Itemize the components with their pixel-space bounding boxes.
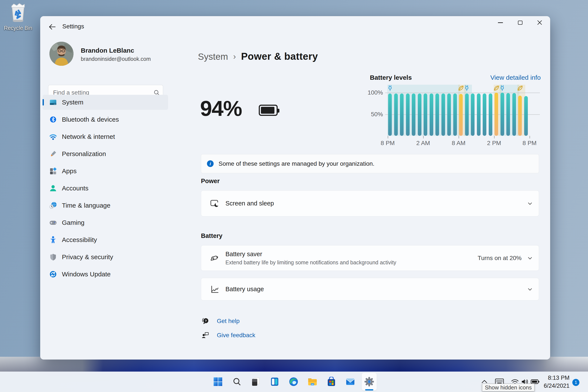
sidebar-item-accounts[interactable]: Accounts xyxy=(42,181,168,196)
battery-level-bar xyxy=(483,94,486,136)
sidebar-item-label: Bluetooth & devices xyxy=(62,116,119,123)
widgets-button[interactable] xyxy=(268,375,282,388)
x-axis-tick xyxy=(458,136,459,138)
mail-icon xyxy=(345,377,355,387)
battery-saver-card[interactable]: Battery saver Extend battery life by lim… xyxy=(201,245,539,271)
notification-badge[interactable]: 1 xyxy=(572,379,580,386)
breadcrumb-system[interactable]: System xyxy=(198,52,228,62)
chevron-down-icon[interactable] xyxy=(527,286,533,292)
card-title: Screen and sleep xyxy=(226,200,274,207)
maximize-button[interactable] xyxy=(513,18,527,28)
back-button[interactable] xyxy=(47,22,58,31)
sidebar-item-gaming[interactable]: Gaming xyxy=(42,215,168,230)
battery-level-bar xyxy=(500,93,504,136)
battery-percent: 94% xyxy=(200,96,242,121)
gamepad-icon xyxy=(48,218,58,228)
x-axis-tick-label: 2 PM xyxy=(484,140,504,146)
accessibility-icon xyxy=(48,235,58,244)
sidebar-item-label: Gaming xyxy=(62,219,84,226)
battery-level-bar xyxy=(471,94,474,136)
accounts-icon xyxy=(48,184,58,193)
sidebar-item-windows-update[interactable]: Windows Update xyxy=(42,267,168,282)
sidebar-nav: System Bluetooth & devices Network & int… xyxy=(42,95,168,284)
battery-levels-chart: Battery levels View detailed info 100%50… xyxy=(370,73,542,148)
managed-banner-text: Some of these settings are managed by yo… xyxy=(218,160,374,167)
chart-gridline xyxy=(385,93,540,93)
sidebar-item-bluetooth-devices[interactable]: Bluetooth & devices xyxy=(42,112,168,127)
show-hidden-icons-tooltip: Show hidden icons xyxy=(482,384,534,391)
settings-button[interactable] xyxy=(362,375,376,388)
sidebar-item-time-language[interactable]: Time & language xyxy=(42,198,168,213)
widgets-icon xyxy=(270,377,280,387)
give-feedback-link[interactable]: Give feedback xyxy=(217,332,255,339)
file-explorer-button[interactable] xyxy=(306,375,319,388)
battery-saver-setting-value: Turns on at 20% xyxy=(478,255,522,262)
start-button[interactable] xyxy=(211,375,225,388)
taskbar-search-button[interactable] xyxy=(230,375,244,388)
leaf-icon xyxy=(494,85,499,91)
x-axis-tick xyxy=(494,136,494,138)
sidebar-item-network-internet[interactable]: Network & internet xyxy=(42,129,168,144)
battery-level-bar xyxy=(477,94,480,136)
battery-level-bar xyxy=(406,94,410,136)
card-subtitle: Extend battery life by limiting some not… xyxy=(226,260,396,266)
back-arrow-icon xyxy=(48,24,56,30)
windows-update-icon xyxy=(48,270,58,279)
edge-button[interactable] xyxy=(287,375,300,388)
battery-levels-plot: 100%50%8 PM2 AM8 AM2 PM8 PM xyxy=(386,85,540,136)
chevron-down-icon[interactable] xyxy=(527,255,533,261)
managed-banner: i Some of these settings are managed by … xyxy=(201,154,539,173)
settings-window: Settings Brandon LeBlanc brandoninside xyxy=(40,16,550,360)
give-feedback-row: Give feedback xyxy=(201,331,255,340)
chart-title: Battery levels xyxy=(370,74,412,81)
sidebar-item-label: Personalization xyxy=(62,150,106,158)
recycle-bin-icon[interactable]: Recycle Bin xyxy=(3,2,33,31)
x-axis-tick-label: 8 AM xyxy=(449,140,468,146)
battery-usage-card[interactable]: Battery usage xyxy=(201,278,539,300)
task-view-icon xyxy=(251,377,261,387)
sidebar-item-privacy-security[interactable]: Privacy & security xyxy=(42,250,168,264)
minimize-button[interactable] xyxy=(493,18,508,28)
battery-level-bar xyxy=(494,93,498,136)
desktop: Recycle Bin Settings xyxy=(0,0,588,392)
window-title: Settings xyxy=(62,23,84,30)
system-icon xyxy=(48,98,58,107)
screen-and-sleep-card[interactable]: Screen and sleep xyxy=(201,190,539,216)
shield-icon xyxy=(48,252,58,262)
get-help-row: ? Get help xyxy=(201,316,240,326)
battery-level-bar xyxy=(424,94,427,136)
sidebar-item-label: Windows Update xyxy=(62,270,111,278)
plug-icon xyxy=(464,85,470,91)
settings-gear-icon xyxy=(364,376,374,387)
battery-usage-icon xyxy=(210,284,220,294)
chevron-up-icon xyxy=(481,379,488,384)
task-view-button[interactable] xyxy=(249,375,262,388)
sidebar-item-label: Privacy & security xyxy=(62,254,113,261)
avatar xyxy=(50,42,74,66)
bluetooth-icon xyxy=(48,115,58,124)
battery-level-bar xyxy=(394,94,398,136)
view-detailed-info-link[interactable]: View detailed info xyxy=(490,74,541,81)
mail-button[interactable] xyxy=(344,375,357,388)
battery-level-bar xyxy=(506,93,510,136)
plug-icon xyxy=(387,85,393,91)
sidebar-item-accessibility[interactable]: Accessibility xyxy=(42,232,168,247)
sidebar-item-apps[interactable]: Apps xyxy=(42,164,168,178)
battery-section-heading: Battery xyxy=(201,232,222,240)
sidebar-item-label: System xyxy=(62,99,84,106)
sidebar-item-personalization[interactable]: Personalization xyxy=(42,146,168,162)
sidebar-item-system[interactable]: System xyxy=(42,95,168,110)
tray-time: 8:13 PM xyxy=(537,374,570,382)
clock[interactable]: 8:13 PM 6/24/2021 xyxy=(537,374,570,390)
sidebar-item-label: Apps xyxy=(62,168,76,175)
chevron-down-icon[interactable] xyxy=(527,201,533,206)
file-explorer-icon xyxy=(307,377,318,387)
battery-level-bar xyxy=(459,94,463,136)
close-button[interactable] xyxy=(532,18,547,28)
battery-saver-icon xyxy=(210,253,220,263)
wifi-icon xyxy=(48,132,58,142)
store-button[interactable] xyxy=(324,375,338,388)
recycle-bin-label: Recycle Bin xyxy=(3,25,33,31)
get-help-link[interactable]: Get help xyxy=(217,318,240,324)
give-feedback-icon xyxy=(201,331,210,340)
